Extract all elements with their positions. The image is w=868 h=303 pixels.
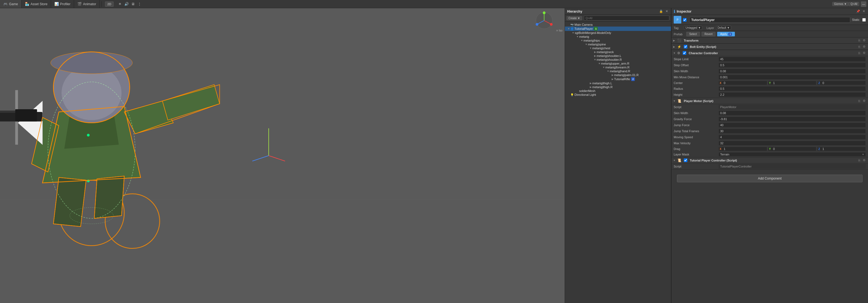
copy-component-btn[interactable]: ⎘ bbox=[858, 38, 861, 43]
xyz-y[interactable]: Y 1 bbox=[768, 81, 817, 85]
tree-metarig-neck[interactable]: ▶ metarig|neck bbox=[565, 50, 671, 54]
copy-component-btn[interactable]: ⎘ bbox=[858, 45, 861, 49]
prop-value[interactable]: 0.08 bbox=[718, 111, 866, 115]
prop-value[interactable]: -9.81 bbox=[718, 117, 866, 121]
prop-value[interactable]: 0.001 bbox=[718, 75, 866, 80]
light-icon[interactable]: ☀ bbox=[118, 2, 122, 6]
prop-value[interactable]: 0.5 bbox=[718, 86, 866, 91]
display-icon[interactable]: 🖥 bbox=[131, 2, 135, 6]
gear-icon: ⚙ bbox=[677, 51, 680, 55]
component-menu-btn[interactable]: ⚙ bbox=[862, 99, 866, 103]
xyz-x[interactable]: X 1 bbox=[718, 147, 767, 151]
component-menu-btn[interactable]: ⚙ bbox=[862, 158, 866, 162]
minimize-btn[interactable]: — bbox=[861, 1, 866, 7]
tag-select[interactable]: Untagged ▼ bbox=[684, 26, 702, 30]
prop-value[interactable]: 4 bbox=[718, 135, 866, 140]
hierarchy-search[interactable] bbox=[584, 16, 669, 21]
component-transform: ▶ ⬛ Transform ⎘ ⚙ bbox=[672, 37, 868, 44]
component-char-ctrl-header[interactable]: ▼ ⚙ Character Controller ⎘ ⚙ bbox=[672, 50, 868, 56]
tree-directional-light[interactable]: 💡 Directional Light bbox=[565, 93, 671, 97]
prop-value[interactable]: 0.08 bbox=[718, 69, 866, 74]
tree-tutorial-player[interactable]: ▼ 👤 TutorialPlayer 1 bbox=[565, 27, 671, 31]
tree-main-camera[interactable]: 📷 Main Camera bbox=[565, 23, 671, 27]
tree-item-label: metarig bbox=[579, 35, 589, 38]
prop-value[interactable]: TutorialPlayerController bbox=[718, 164, 866, 169]
tree-metarig-upper-arm-r[interactable]: ▼ metarig|upper_arm.R bbox=[565, 62, 671, 65]
prop-value[interactable]: 32 bbox=[718, 141, 866, 146]
copy-component-btn[interactable]: ⎘ bbox=[858, 51, 861, 55]
tree-metarig-thigh-l[interactable]: ▶ metarig|thigh.L bbox=[565, 81, 671, 85]
copy-component-btn[interactable]: ⎘ bbox=[858, 99, 861, 103]
create-btn[interactable]: Create ▼ bbox=[566, 16, 582, 20]
tag-layer-row: Tag Untagged ▼ Layer Default ▼ bbox=[672, 25, 868, 31]
tree-metarig-shoulder-r[interactable]: ▼ metarig|shoulder.R bbox=[565, 58, 671, 62]
tree-sgt-model[interactable]: ▼ sgtBolt4Merged-ModelOnly bbox=[565, 31, 671, 35]
close-icon[interactable]: ✕ bbox=[665, 9, 669, 13]
tree-metarig-thigh-r[interactable]: ▶ metarig|thigh.R bbox=[565, 85, 671, 89]
tree-metarig-shoulder-l[interactable]: ▶ metarig|shoulder.L bbox=[565, 54, 671, 58]
tree-metarig[interactable]: ▼ metarig bbox=[565, 35, 671, 38]
xyz-x[interactable]: X 0 bbox=[718, 81, 767, 85]
component-character-controller: ▼ ⚙ Character Controller ⎘ ⚙ Slope Limit… bbox=[672, 50, 868, 98]
object-enabled-checkbox[interactable] bbox=[683, 18, 686, 22]
prop-value[interactable]: 30 bbox=[718, 129, 866, 134]
component-menu-btn[interactable]: ⚙ bbox=[862, 51, 866, 55]
layer-mask-select[interactable]: Terrain bbox=[718, 152, 866, 157]
prop-value[interactable]: 45 bbox=[718, 57, 866, 62]
prop-label: Drag bbox=[674, 147, 717, 150]
xyz-z[interactable]: Z 0 bbox=[817, 81, 866, 85]
tab-asset-store[interactable]: 🏪 Asset Store bbox=[22, 0, 51, 8]
pin-icon[interactable]: 📌 bbox=[856, 9, 861, 13]
revert-btn[interactable]: Revert bbox=[702, 32, 715, 36]
more-icon[interactable]: ⋮ bbox=[137, 2, 142, 6]
apply-btn[interactable]: Apply 3 bbox=[717, 32, 735, 36]
prop-label: Script bbox=[674, 165, 717, 168]
component-title: Bolt Entity (Script) bbox=[690, 45, 856, 49]
prop-label: Radius bbox=[674, 87, 717, 90]
component-player-motor-header[interactable]: ▼ 📜 Player Motor (Script) ⎘ ⚙ bbox=[672, 98, 868, 104]
close-inspector-icon[interactable]: ✕ bbox=[862, 9, 866, 13]
xyz-z[interactable]: Z 1 bbox=[817, 147, 866, 151]
tree-metarig-forearm-r[interactable]: ▼ metarig|forearm.R bbox=[565, 65, 671, 69]
add-component-container: Add Component bbox=[672, 170, 868, 187]
gizmos-btn[interactable]: Gizmos ▼ bbox=[832, 2, 849, 6]
prop-value[interactable]: PlayerMotor bbox=[718, 105, 866, 109]
tab-game[interactable]: 🎮 Game bbox=[0, 0, 22, 8]
component-menu-btn[interactable]: ⚙ bbox=[862, 38, 866, 43]
prop-value[interactable]: 2.2 bbox=[718, 92, 866, 97]
layer-select[interactable]: Default ▼ bbox=[716, 26, 731, 30]
add-component-btn[interactable]: Add Component bbox=[677, 175, 863, 182]
svg-point-8 bbox=[51, 52, 132, 74]
prop-value[interactable]: 40 bbox=[718, 122, 866, 128]
tree-metarig-hips[interactable]: ▼ metarig|hips bbox=[565, 38, 671, 43]
scene-content[interactable]: Y X Z ≡ Iso bbox=[0, 8, 565, 303]
tpc-enabled-checkbox[interactable] bbox=[684, 159, 687, 162]
component-bolt-entity-header[interactable]: ▶ ⚡ Bolt Entity (Script) ⎘ ⚙ bbox=[672, 44, 868, 50]
tree-metarig-palm-r[interactable]: ▶ metarig|palm.01.R bbox=[565, 73, 671, 77]
tree-tutorial-rifle[interactable]: ▶ TutorialRifle 2 bbox=[565, 77, 671, 81]
component-menu-btn[interactable]: ⚙ bbox=[862, 45, 866, 49]
xyz-y[interactable]: Y 0 bbox=[768, 147, 817, 151]
prop-label: Center bbox=[674, 81, 717, 85]
sound-icon[interactable]: 🔊 bbox=[124, 2, 129, 6]
select-btn[interactable]: Select bbox=[686, 32, 700, 36]
tree-metarig-spine[interactable]: ▼ metarig|spine bbox=[565, 43, 671, 46]
component-tpc-header[interactable]: ▼ 📜 Tutorial Player Controller (Script) … bbox=[672, 157, 868, 163]
tree-metarig-chest[interactable]: ▼ metarig|chest bbox=[565, 46, 671, 50]
tree-metarig-hand-r[interactable]: ▼ metarig|hand.R bbox=[565, 69, 671, 73]
object-name-input[interactable] bbox=[689, 17, 850, 23]
tab-profiler[interactable]: 📊 Profiler bbox=[51, 0, 74, 8]
copy-component-btn[interactable]: ⎘ bbox=[858, 159, 861, 162]
tree-arrow: ▶ bbox=[593, 51, 597, 53]
tree-soldier-mesh[interactable]: soldierMesh bbox=[565, 89, 671, 93]
tab-animator[interactable]: 🎬 Animator bbox=[74, 0, 100, 8]
static-checkbox[interactable] bbox=[862, 18, 866, 22]
all-btn[interactable]: Q+All bbox=[848, 2, 859, 6]
prop-value[interactable]: 0.5 bbox=[718, 63, 866, 67]
bolt-entity-enabled-checkbox[interactable] bbox=[684, 45, 687, 49]
toggle-2d[interactable]: 2D bbox=[105, 1, 114, 7]
char-ctrl-enabled-checkbox[interactable] bbox=[683, 51, 686, 55]
tree-arrow: ▼ bbox=[593, 58, 597, 61]
component-transform-header[interactable]: ▶ ⬛ Transform ⎘ ⚙ bbox=[672, 37, 868, 44]
lock-icon[interactable]: 🔒 bbox=[658, 9, 664, 13]
